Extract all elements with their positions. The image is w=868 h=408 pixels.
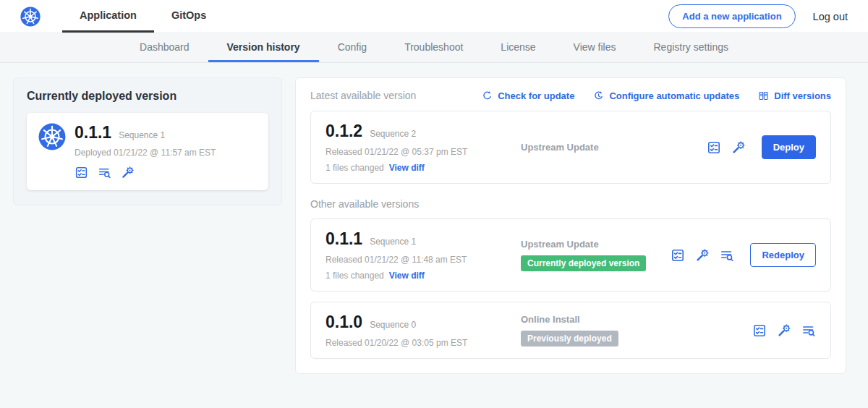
diff-versions-link[interactable]: Diff versions — [758, 90, 831, 101]
tab-gitops[interactable]: GitOps — [154, 0, 224, 33]
configure-auto-updates-label: Configure automatic updates — [609, 90, 739, 101]
subnav-item-view-files[interactable]: View files — [555, 33, 635, 62]
subnav-item-license[interactable]: License — [482, 33, 554, 62]
version-card-0-1-1: 0.1.1 Sequence 1 Released 01/21/22 @ 11:… — [310, 218, 831, 292]
deploy-logs-icon[interactable] — [98, 166, 111, 179]
top-navbar: Application GitOps Add a new application… — [0, 0, 868, 33]
deploy-button[interactable]: Deploy — [762, 135, 816, 159]
edit-config-icon[interactable] — [777, 323, 791, 338]
version-source-label: Online Install — [521, 314, 752, 325]
edit-config-icon[interactable] — [695, 248, 710, 263]
released-timestamp: Released 01/20/22 @ 03:05 pm EST — [326, 338, 515, 348]
version-source-label: Upstream Update — [521, 239, 671, 250]
view-diff-link[interactable]: View diff — [389, 271, 425, 281]
released-timestamp: Released 01/21/22 @ 11:48 am EST — [326, 255, 515, 265]
released-timestamp: Released 01/21/22 @ 05:37 pm EST — [326, 147, 515, 157]
refresh-icon — [482, 90, 493, 101]
files-changed-label: 1 files changed — [326, 163, 384, 173]
deployed-action-icons — [75, 166, 216, 179]
preflight-checks-icon[interactable] — [671, 248, 685, 263]
currently-deployed-card: Currently deployed version 0.1.1 Sequenc… — [13, 77, 282, 205]
logout-button[interactable]: Log out — [813, 11, 848, 22]
latest-available-heading: Latest available version — [310, 90, 416, 101]
preflight-checks-icon[interactable] — [75, 166, 88, 179]
kubernetes-logo-icon — [20, 0, 41, 33]
sequence-label: Sequence 0 — [370, 320, 416, 330]
panel-actions: Check for update Configure automatic upd… — [482, 90, 831, 101]
files-changed-label: 1 files changed — [326, 271, 384, 281]
top-tabs: Application GitOps — [62, 0, 224, 33]
previously-deployed-badge: Previously deployed — [521, 331, 618, 347]
main-content: Currently deployed version 0.1.1 Sequenc… — [0, 63, 868, 388]
sequence-label: Sequence 1 — [370, 237, 416, 247]
diff-versions-label: Diff versions — [774, 90, 831, 101]
add-application-button[interactable]: Add a new application — [668, 4, 795, 28]
deployed-timestamp: Deployed 01/21/22 @ 11:57 am EST — [75, 148, 216, 158]
version-number: 0.1.1 — [326, 229, 362, 249]
other-versions-heading: Other available versions — [310, 198, 831, 210]
deployed-card-title: Currently deployed version — [27, 90, 268, 103]
sequence-label: Sequence 2 — [370, 129, 416, 139]
currently-deployed-badge: Currently deployed version — [521, 255, 646, 271]
version-card-0-1-0: 0.1.0 Sequence 0 Released 01/20/22 @ 03:… — [310, 302, 831, 359]
edit-config-icon[interactable] — [121, 166, 135, 179]
edit-config-icon[interactable] — [731, 140, 746, 155]
app-subnav: Dashboard Version history Config Trouble… — [0, 33, 868, 63]
deploy-logs-icon[interactable] — [801, 323, 816, 338]
subnav-item-troubleshoot[interactable]: Troubleshoot — [386, 33, 482, 62]
configure-auto-updates-link[interactable]: Configure automatic updates — [593, 90, 739, 101]
tab-application[interactable]: Application — [62, 0, 154, 33]
subnav-item-version-history[interactable]: Version history — [208, 33, 319, 62]
version-source-label: Upstream Update — [521, 142, 707, 153]
deploy-logs-icon[interactable] — [720, 248, 734, 263]
subnav-item-dashboard[interactable]: Dashboard — [121, 33, 208, 62]
preflight-checks-icon[interactable] — [707, 140, 721, 155]
version-number: 0.1.0 — [326, 313, 362, 332]
subnav-item-config[interactable]: Config — [319, 33, 386, 62]
view-diff-link[interactable]: View diff — [389, 163, 425, 173]
version-card-0-1-2: 0.1.2 Sequence 2 Released 01/21/22 @ 05:… — [310, 111, 831, 184]
auto-update-clock-icon — [593, 90, 604, 101]
topnav-right: Add a new application Log out — [668, 0, 848, 33]
deployed-version-box: 0.1.1 Sequence 1 Deployed 01/21/22 @ 11:… — [27, 113, 268, 190]
redeploy-button[interactable]: Redeploy — [750, 243, 816, 267]
check-for-update-link[interactable]: Check for update — [482, 90, 574, 101]
version-number: 0.1.2 — [326, 122, 362, 141]
check-for-update-label: Check for update — [498, 90, 574, 101]
diff-versions-icon — [758, 90, 769, 101]
deployed-version-number: 0.1.1 — [75, 123, 111, 143]
deployed-sequence-label: Sequence 1 — [119, 130, 165, 140]
subnav-item-registry-settings[interactable]: Registry settings — [635, 33, 747, 62]
app-icon — [38, 123, 66, 150]
version-history-panel: Latest available version Check for updat… — [295, 77, 846, 374]
preflight-checks-icon[interactable] — [752, 323, 767, 338]
